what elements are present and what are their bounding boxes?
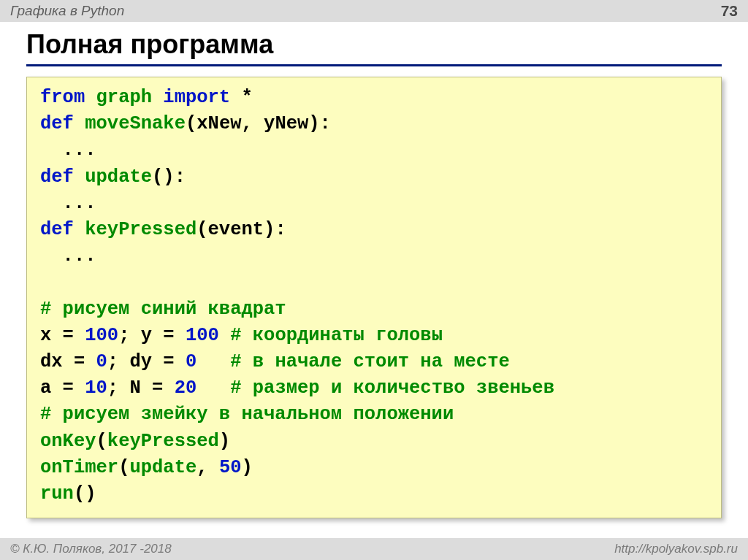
code-text: [219, 325, 230, 346]
arg: keyPressed: [107, 431, 219, 452]
func-call-ontimer: onTimer: [40, 457, 118, 478]
comment: # размер и количество звеньев: [230, 377, 554, 399]
comment: # координаты головы: [230, 325, 443, 346]
func-movesnake: moveSnake: [85, 113, 186, 134]
module-name: graph: [96, 87, 153, 108]
footer-url: http://kpolyakov.spb.ru: [614, 542, 738, 556]
bottom-bar: © К.Ю. Поляков, 2017 -2018 http://kpolya…: [0, 538, 748, 560]
code-line: ...: [40, 193, 96, 214]
comment: # рисуем змейку в начальном положении: [40, 404, 454, 425]
code-block: from graph import * def moveSnake(xNew, …: [26, 77, 722, 518]
keyword-def: def: [40, 166, 74, 188]
number: 0: [96, 351, 107, 372]
comment: # в начале стоит на месте: [230, 351, 510, 372]
code-text: [196, 351, 230, 372]
paren: (: [118, 457, 129, 478]
top-bar: Графика в Python 73: [0, 0, 748, 22]
number: 50: [219, 457, 242, 478]
func-args: (event):: [196, 219, 286, 240]
keyword-import: import: [163, 87, 230, 108]
func-call-onkey: onKey: [40, 431, 96, 452]
func-args: (xNew, yNew):: [186, 113, 331, 134]
code-text: [196, 377, 230, 399]
code-text: a =: [40, 377, 85, 399]
number: 0: [186, 351, 196, 372]
number: 100: [186, 325, 219, 346]
keyword-def: def: [40, 113, 74, 134]
copyright: © К.Ю. Поляков, 2017 -2018: [10, 542, 172, 556]
slide: Графика в Python 73 Полная программа fro…: [0, 0, 748, 560]
paren: ): [219, 431, 230, 452]
number: 20: [175, 377, 197, 399]
code-text: ; N =: [107, 377, 175, 399]
comma: ,: [196, 457, 219, 478]
title-underline: [26, 64, 722, 66]
page-title: Полная программа: [0, 22, 748, 64]
import-star: *: [242, 87, 253, 108]
arg: update: [129, 457, 196, 478]
paren: ): [241, 457, 252, 478]
code-line: ...: [40, 245, 96, 266]
number: 10: [85, 377, 107, 399]
parens: (): [74, 483, 96, 505]
keyword-from: from: [40, 87, 85, 108]
number: 100: [85, 325, 118, 346]
func-call-run: run: [40, 483, 74, 505]
code-text: ; y =: [118, 325, 186, 346]
func-keypressed: keyPressed: [85, 219, 196, 240]
keyword-def: def: [40, 219, 74, 240]
code-line: ...: [40, 139, 96, 161]
func-update: update: [85, 166, 152, 188]
code-text: x =: [40, 325, 85, 346]
code-text: ; dy =: [107, 351, 186, 372]
page-number: 73: [721, 2, 738, 20]
breadcrumb: Графика в Python: [10, 3, 124, 19]
func-args: ():: [152, 166, 186, 188]
comment: # рисуем синий квадрат: [40, 299, 286, 320]
code-text: dx =: [40, 351, 96, 372]
paren: (: [96, 431, 107, 452]
